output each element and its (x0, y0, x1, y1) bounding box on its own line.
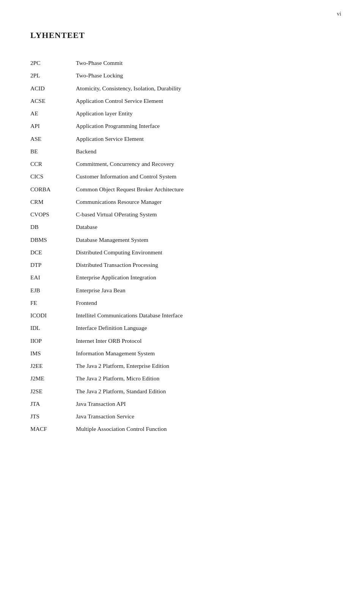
abbreviation-value: Database Management System (76, 235, 148, 244)
abbreviation-key: IMS (30, 349, 76, 358)
abbreviation-key: ICODI (30, 311, 76, 320)
list-item: JTAJava Transaction API (30, 399, 334, 408)
abbreviation-value: Java Transaction Service (76, 412, 134, 421)
abbreviation-value: Backend (76, 147, 96, 156)
abbreviation-key: 2PC (30, 58, 76, 67)
abbreviation-value: Multiple Association Control Function (76, 424, 167, 433)
page-number: vi (337, 11, 341, 17)
list-item: J2SEThe Java 2 Platform, Standard Editio… (30, 387, 334, 396)
list-item: ACIDAtomicity, Consistency, Isolation, D… (30, 84, 334, 93)
abbreviation-value: Internet Inter ORB Protocol (76, 336, 141, 345)
abbreviation-key: EAI (30, 273, 76, 282)
abbreviation-key: API (30, 121, 76, 130)
list-item: JTSJava Transaction Service (30, 412, 334, 421)
abbreviation-value: Commitment, Concurrency and Recovery (76, 159, 174, 168)
abbreviation-value: Application Service Element (76, 134, 144, 143)
list-item: CRMCommunications Resource Manager (30, 197, 334, 206)
list-item: ICODIIntellitel Communications Database … (30, 311, 334, 320)
abbreviation-value: Enterprise Application Integration (76, 273, 156, 282)
list-item: APIApplication Programming Interface (30, 121, 334, 130)
abbreviation-key: AE (30, 109, 76, 118)
abbreviation-key: J2SE (30, 387, 76, 396)
abbreviation-value: Interface Definition Language (76, 323, 147, 332)
list-item: IMSInformation Management System (30, 349, 334, 358)
abbreviation-key: 2PL (30, 71, 76, 80)
abbreviation-key: JTA (30, 399, 76, 408)
abbreviation-value: Java Transaction API (76, 399, 126, 408)
abbreviation-key: ASE (30, 134, 76, 143)
list-item: J2EEThe Java 2 Platform, Enterprise Edit… (30, 361, 334, 370)
abbreviation-value: Application Control Service Element (76, 96, 163, 105)
abbreviation-key: ACSE (30, 96, 76, 105)
abbreviation-value: Distributed Transaction Processing (76, 260, 158, 269)
abbreviation-key: CVOPS (30, 210, 76, 219)
abbreviation-key: ACID (30, 84, 76, 93)
list-item: ACSEApplication Control Service Element (30, 96, 334, 105)
abbreviation-value: C-based Virtual OPerating System (76, 210, 157, 219)
abbreviation-key: CRM (30, 197, 76, 206)
list-item: CCRCommitment, Concurrency and Recovery (30, 159, 334, 168)
abbreviation-key: MACF (30, 424, 76, 433)
abbreviation-key: EJB (30, 286, 76, 295)
abbreviation-value: Common Object Request Broker Architectur… (76, 185, 184, 194)
abbreviation-value: Frontend (76, 298, 97, 307)
abbreviation-key: DTP (30, 260, 76, 269)
list-item: 2PLTwo-Phase Locking (30, 71, 334, 80)
list-item: CVOPSC-based Virtual OPerating System (30, 210, 334, 219)
abbreviation-key: CCR (30, 159, 76, 168)
list-item: DTPDistributed Transaction Processing (30, 260, 334, 269)
abbreviation-key: IDL (30, 323, 76, 332)
list-item: FEFrontend (30, 298, 334, 307)
page-title: LYHENTEET (30, 30, 334, 40)
abbreviation-key: CORBA (30, 185, 76, 194)
abbreviation-value: Intellitel Communications Database Inter… (76, 311, 183, 320)
abbreviation-value: The Java 2 Platform, Enterprise Edition (76, 361, 169, 370)
abbreviation-value: Two-Phase Commit (76, 58, 122, 67)
list-item: CICSCustomer Information and Control Sys… (30, 172, 334, 181)
list-item: EJBEnterprise Java Bean (30, 286, 334, 295)
list-item: DCEDistributed Computing Environment (30, 248, 334, 257)
list-item: DBMSDatabase Management System (30, 235, 334, 244)
abbreviation-key: JTS (30, 412, 76, 421)
abbreviation-key: BE (30, 147, 76, 156)
list-item: DBDatabase (30, 222, 334, 231)
list-item: EAIEnterprise Application Integration (30, 273, 334, 282)
list-item: IDLInterface Definition Language (30, 323, 334, 332)
list-item: BEBackend (30, 147, 334, 156)
abbreviation-key: J2EE (30, 361, 76, 370)
abbreviation-value: Two-Phase Locking (76, 71, 123, 80)
abbreviation-key: J2ME (30, 374, 76, 383)
list-item: J2METhe Java 2 Platform, Micro Edition (30, 374, 334, 383)
abbreviation-value: Enterprise Java Bean (76, 286, 126, 295)
abbreviation-key: DBMS (30, 235, 76, 244)
list-item: ASEApplication Service Element (30, 134, 334, 143)
abbreviation-value: Distributed Computing Environment (76, 248, 162, 257)
abbreviation-value: Customer Information and Control System (76, 172, 176, 181)
abbreviation-value: The Java 2 Platform, Standard Edition (76, 387, 166, 396)
list-item: AEApplication layer Entity (30, 109, 334, 118)
list-item: 2PCTwo-Phase Commit (30, 58, 334, 67)
abbreviation-value: The Java 2 Platform, Micro Edition (76, 374, 159, 383)
abbreviation-value: Application layer Entity (76, 109, 133, 118)
abbreviation-list: 2PCTwo-Phase Commit2PLTwo-Phase LockingA… (30, 58, 334, 434)
abbreviation-key: CICS (30, 172, 76, 181)
abbreviation-key: IIOP (30, 336, 76, 345)
list-item: MACFMultiple Association Control Functio… (30, 424, 334, 433)
abbreviation-value: Atomicity, Consistency, Isolation, Durab… (76, 84, 181, 93)
abbreviation-value: Communications Resource Manager (76, 197, 162, 206)
list-item: IIOPInternet Inter ORB Protocol (30, 336, 334, 345)
abbreviation-value: Database (76, 222, 97, 231)
abbreviation-key: DB (30, 222, 76, 231)
abbreviation-value: Application Programming Interface (76, 121, 160, 130)
abbreviation-value: Information Management System (76, 349, 155, 358)
list-item: CORBACommon Object Request Broker Archit… (30, 185, 334, 194)
abbreviation-key: DCE (30, 248, 76, 257)
abbreviation-key: FE (30, 298, 76, 307)
